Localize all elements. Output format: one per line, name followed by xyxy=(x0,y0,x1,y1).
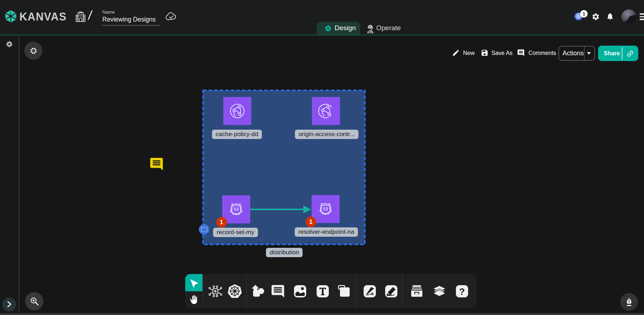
svg-text:53: 53 xyxy=(234,207,239,212)
svg-text:?: ? xyxy=(459,286,465,297)
